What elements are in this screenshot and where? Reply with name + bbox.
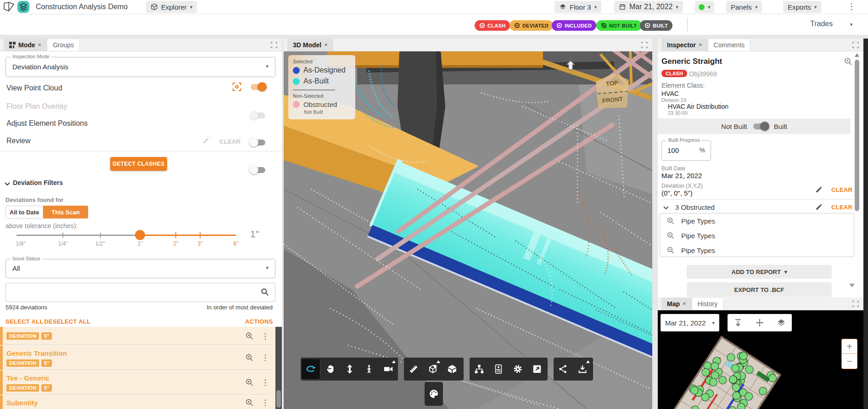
list-scrollbar-thumb[interactable]	[276, 390, 281, 408]
built-state-toggle[interactable]	[752, 121, 769, 131]
chevron-down-icon[interactable]: ▾	[850, 22, 853, 27]
tab-groups[interactable]: Groups	[47, 39, 80, 51]
built-progress-field[interactable]: Built Progress 100 %	[661, 140, 711, 161]
clear-deviation-button[interactable]: CLEAR	[831, 186, 852, 193]
palette-button[interactable]	[425, 382, 443, 406]
export-bcf-button[interactable]: EXPORT TO .BCF	[687, 282, 832, 297]
slider-thumb[interactable]	[135, 230, 145, 240]
tab-3d-model[interactable]: 3D Model ×	[287, 39, 333, 51]
home-view-icon[interactable]	[565, 60, 577, 72]
elevation-tool-button[interactable]	[340, 358, 359, 381]
screenshot-tool-button[interactable]	[527, 358, 547, 381]
expand-panel-icon[interactable]	[641, 42, 648, 48]
select-all-button[interactable]: SELECT ALL	[6, 318, 44, 325]
obstructed-header[interactable]: 3 Obstructed	[675, 203, 715, 211]
app-logo-icon[interactable]	[17, 1, 29, 13]
close-icon[interactable]: ×	[324, 41, 328, 48]
deselect-all-button[interactable]: DESELECT ALL	[44, 318, 90, 325]
actions-button[interactable]: ACTIONS	[245, 318, 273, 325]
window-edge-scrollbar[interactable]	[863, 39, 868, 409]
expand-panel-icon[interactable]	[852, 42, 859, 48]
walk-tool-button[interactable]	[359, 358, 379, 381]
go-to-top-icon[interactable]	[734, 318, 743, 327]
deviated-filter-badge[interactable]: DEVIATED	[510, 20, 553, 31]
hierarchy-tool-button[interactable]	[470, 358, 489, 381]
detect-clashes-button[interactable]: DETECT CLASHES	[110, 157, 167, 171]
overflow-menu-icon[interactable]: ⋮	[847, 2, 856, 11]
edit-obstructed-icon[interactable]	[815, 203, 823, 211]
built-progress-value[interactable]: 100	[667, 146, 679, 154]
measure-tool-button[interactable]	[404, 358, 423, 381]
trades-select[interactable]: Trades	[810, 20, 833, 28]
floor-plan-overlay-toggle[interactable]	[249, 110, 267, 120]
zoom-to-item-icon[interactable]	[245, 353, 254, 362]
inspector-scrollbar[interactable]	[854, 52, 860, 297]
scrollbar-thumb[interactable]	[855, 60, 859, 211]
download-tool-button[interactable]	[573, 358, 592, 381]
chevron-down-icon[interactable]	[662, 204, 670, 211]
deviation-filters-header[interactable]: Deviation Filters	[13, 179, 63, 186]
zoom-to-item-icon[interactable]	[666, 246, 675, 254]
issue-status-select[interactable]: Issue Status All ▾	[6, 259, 275, 278]
panels-menu-button[interactable]: Panels ▾	[726, 1, 762, 13]
pan-tool-button[interactable]	[321, 358, 340, 381]
tab-mode[interactable]: Mode ×	[4, 39, 47, 51]
zoom-to-element-icon[interactable]	[844, 57, 853, 66]
center-focus-icon[interactable]	[232, 82, 242, 92]
map-zoom-in-button[interactable]: +	[841, 339, 857, 354]
list-scrollbar[interactable]	[275, 327, 282, 409]
zoom-to-item-icon[interactable]	[666, 217, 675, 225]
adjust-element-positions-toggle[interactable]	[249, 137, 267, 147]
settings-tool-button[interactable]	[508, 358, 527, 381]
item-menu-icon[interactable]: ⋮	[261, 379, 269, 387]
pipe-type-row[interactable]: Pipe Types	[660, 228, 854, 243]
clear-obstructed-button[interactable]: CLEAR	[831, 204, 852, 211]
expand-panel-icon[interactable]	[271, 42, 277, 48]
review-toggle[interactable]	[249, 165, 267, 175]
not-built-filter-badge[interactable]: NOT BUILT	[596, 20, 642, 31]
scan-date-button[interactable]: Mar 21, 2022 ▾	[614, 1, 683, 13]
review-clear-button[interactable]: CLEAR	[219, 138, 241, 145]
close-icon[interactable]: ×	[683, 300, 686, 307]
list-item[interactable]: Subentity DEVIATION5" ⋮	[0, 395, 275, 409]
list-item[interactable]: Generic Transition DEVIATION5" ⋮	[0, 346, 275, 370]
included-filter-badge[interactable]: INCLUDED	[552, 20, 596, 31]
view-cube-top-label[interactable]: TOP	[605, 79, 618, 88]
map-viewport[interactable]: Mar 21, 2022 ▾ + −	[658, 310, 863, 409]
close-icon[interactable]: ×	[38, 41, 42, 48]
expand-panel-icon[interactable]	[852, 301, 859, 307]
map-date-select[interactable]: Mar 21, 2022 ▾	[661, 314, 719, 331]
map-zoom-out-button[interactable]: −	[841, 353, 857, 369]
layers-icon[interactable]	[777, 318, 786, 327]
pipe-type-row[interactable]: Pipe Types	[660, 213, 854, 228]
inspection-mode-select[interactable]: Inspection Mode Deviation Analysis ▾	[6, 57, 275, 77]
scroll-up-icon[interactable]	[855, 53, 859, 57]
zoom-to-item-icon[interactable]	[245, 331, 254, 340]
orbit-tool-button[interactable]	[302, 359, 320, 379]
zoom-to-item-icon[interactable]	[245, 378, 254, 387]
built-filter-badge[interactable]: BUILT	[640, 20, 672, 31]
explorer-menu-button[interactable]: Explorer ▾	[146, 1, 197, 13]
tab-comments[interactable]: Comments	[708, 39, 751, 51]
close-icon[interactable]: ×	[699, 41, 702, 48]
zoom-to-item-icon[interactable]	[245, 398, 254, 407]
segment-this-scan[interactable]: This Scan	[43, 206, 88, 219]
edit-deviation-icon[interactable]	[815, 185, 823, 193]
segment-all-to-date[interactable]: All to Date	[6, 206, 43, 219]
list-item[interactable]: Tee - Generic DEVIATION5" ⋮	[0, 370, 275, 395]
item-menu-icon[interactable]: ⋮	[261, 354, 269, 362]
chevron-down-icon[interactable]	[4, 180, 11, 187]
floor-select-button[interactable]: Floor 3 ▾	[554, 1, 601, 13]
pan-move-icon[interactable]	[755, 318, 764, 327]
add-to-report-button[interactable]: ADD TO REPORT ▾	[687, 265, 832, 279]
item-menu-icon[interactable]: ⋮	[261, 399, 269, 407]
tab-map[interactable]: Map ×	[661, 297, 692, 310]
zoom-to-item-icon[interactable]	[666, 231, 675, 240]
clash-filter-badge[interactable]: CLASH	[475, 20, 510, 31]
cube-tool-button[interactable]	[442, 358, 462, 381]
pipe-type-row[interactable]: Pipe Types	[660, 243, 854, 258]
display-settings-tool-button[interactable]	[489, 358, 508, 381]
search-icon[interactable]	[260, 287, 269, 297]
tolerance-slider[interactable]: 1/8" 1/4" 1/2" 1" 2" 3" 6" 1"	[0, 229, 282, 250]
company-logo-icon[interactable]	[3, 1, 16, 12]
